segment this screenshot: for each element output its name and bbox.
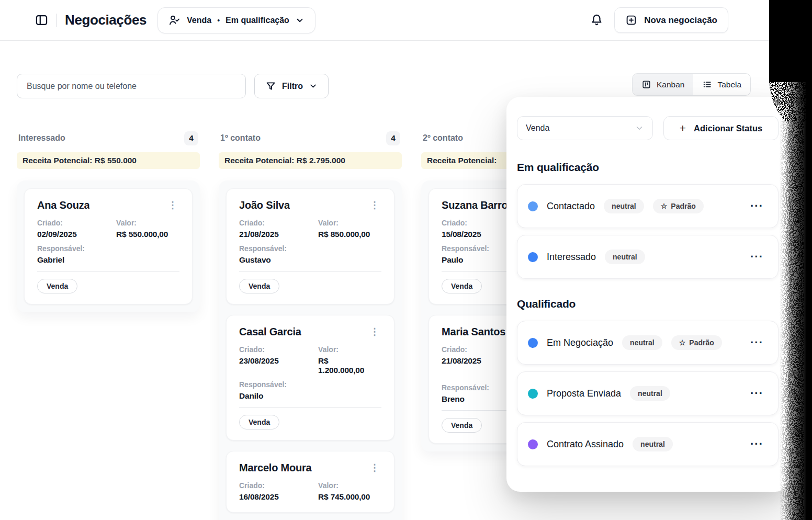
status-color-dot: [528, 252, 538, 262]
card-menu-button[interactable]: ⋮: [368, 326, 381, 337]
card-divider: [239, 407, 381, 408]
view-toggle: Kanban Tabela: [632, 73, 751, 96]
value-label: Valor:: [116, 219, 179, 227]
team-select-value: Venda: [526, 123, 549, 133]
negotiations-page: Negociações Venda • Em qualificação: [0, 0, 812, 520]
pipeline-team-label: Venda: [187, 16, 211, 25]
owner-value: Danilo: [239, 391, 318, 401]
header-divider: [57, 14, 57, 27]
created-label: Criado:: [239, 345, 318, 354]
deal-card-marcelo-moura[interactable]: Marcelo Moura ⋮ Criado: 16/08/2025 Valor…: [226, 451, 394, 513]
new-negotiation-button[interactable]: Nova negociação: [614, 7, 728, 33]
deal-name: Marcelo Moura: [239, 462, 312, 474]
owner-label: Responsável:: [37, 244, 116, 253]
deal-card-casal-garcia[interactable]: Casal Garcia ⋮ Criado: 23/08/2025 Valor:…: [226, 315, 394, 440]
status-row-contrato-assinado[interactable]: Contrato Assinado neutral ···: [517, 422, 779, 466]
view-kanban-label: Kanban: [657, 80, 684, 89]
column-title: Interessado: [18, 133, 65, 143]
view-kanban-tab[interactable]: Kanban: [633, 74, 693, 95]
status-name: Proposta Enviada: [547, 388, 621, 399]
deal-tag: Venda: [239, 279, 279, 293]
status-row-proposta-enviada[interactable]: Proposta Enviada neutral ···: [517, 371, 779, 415]
status-name: Contactado: [547, 201, 595, 212]
card-menu-button[interactable]: ⋮: [166, 199, 179, 211]
add-status-button[interactable]: + Adicionar Status: [663, 116, 779, 140]
default-badge: ☆ Padrão: [671, 335, 722, 350]
neutral-badge: neutral: [604, 199, 644, 213]
neutral-badge: neutral: [633, 437, 673, 451]
kanban-column-1o-contato: 1º contato 4 Receita Potencial: R$ 2.795…: [219, 131, 402, 520]
kanban-icon: [641, 80, 651, 89]
created-label: Criado:: [239, 481, 318, 490]
search-input[interactable]: [17, 74, 246, 98]
neutral-badge: neutral: [605, 250, 645, 264]
status-group-title: Em qualificação: [517, 161, 779, 174]
sidebar-panel-icon: [35, 13, 49, 27]
status-menu-button[interactable]: ···: [750, 388, 763, 399]
deal-card-joao-silva[interactable]: João Silva ⋮ Criado: 21/08/2025 Valor: R…: [226, 188, 394, 304]
status-menu-button[interactable]: ···: [750, 200, 763, 212]
team-select[interactable]: Venda: [517, 116, 653, 140]
card-menu-button[interactable]: ⋮: [368, 199, 381, 211]
created-value: 23/08/2025: [239, 356, 318, 366]
neutral-badge: neutral: [622, 335, 662, 350]
view-table-tab[interactable]: Tabela: [693, 74, 750, 95]
plus-square-icon: [625, 14, 637, 26]
column-card-list: Ana Souza ⋮ Criado: 02/09/2025 Valor: R$…: [17, 180, 200, 312]
deal-value: R$ 1.200.000,00: [318, 356, 376, 375]
chevron-down-icon: [635, 123, 644, 133]
status-row-em-negociacao[interactable]: Em Negociação neutral ☆ Padrão ···: [517, 321, 779, 365]
created-label: Criado:: [239, 219, 318, 227]
column-revenue-banner: Receita Potencial: R$ 2.795.000: [219, 152, 402, 169]
filter-button[interactable]: Filtro: [254, 74, 329, 98]
funnel-icon: [265, 81, 276, 92]
status-color-dot: [528, 439, 538, 449]
chevron-down-icon: [309, 82, 318, 91]
new-negotiation-label: Nova negociação: [644, 15, 717, 26]
plus-icon: +: [680, 122, 686, 134]
default-badge: ☆ Padrão: [653, 199, 704, 213]
pipeline-stage-label: Em qualificação: [225, 16, 289, 25]
column-title: 2º contato: [423, 133, 463, 143]
status-row-interessado[interactable]: Interessado neutral ···: [517, 235, 779, 279]
deal-card-ana-souza[interactable]: Ana Souza ⋮ Criado: 02/09/2025 Valor: R$…: [24, 188, 193, 304]
card-menu-button[interactable]: ⋮: [368, 462, 381, 473]
pipeline-selector[interactable]: Venda • Em qualificação: [157, 7, 315, 33]
status-menu-button[interactable]: ···: [750, 251, 763, 263]
bell-icon: [590, 13, 604, 27]
header-right: Nova negociação: [590, 7, 728, 33]
created-value: 02/09/2025: [37, 230, 116, 239]
revenue-value: R$ 550.000: [95, 156, 137, 165]
deal-tag: Venda: [239, 415, 279, 429]
sidebar-toggle-button[interactable]: [35, 13, 49, 27]
card-divider: [37, 271, 179, 272]
list-icon: [702, 80, 712, 89]
page-title: Negociações: [65, 12, 146, 28]
owner-value: Gustavo: [239, 255, 318, 265]
column-count-badge: 4: [184, 131, 198, 145]
status-management-panel: Venda + Adicionar Status Em qualificação…: [506, 97, 789, 492]
value-label: Valor:: [318, 481, 381, 490]
status-menu-button[interactable]: ···: [750, 438, 763, 450]
value-label: Valor:: [318, 219, 381, 227]
created-value: 21/08/2025: [239, 230, 318, 239]
revenue-label: Receita Potencial:: [224, 156, 295, 165]
kanban-column-interessado: Interessado 4 Receita Potencial: R$ 550.…: [17, 131, 200, 312]
column-revenue-banner: Receita Potencial: R$ 550.000: [17, 152, 200, 169]
deal-tag: Venda: [37, 279, 77, 293]
deal-value: R$ 550.000,00: [116, 230, 179, 239]
created-value: 16/08/2025: [239, 492, 318, 502]
status-menu-button[interactable]: ···: [750, 337, 763, 348]
chevron-down-icon: [295, 16, 304, 25]
header-left: Negociações Venda • Em qualificação: [35, 7, 315, 33]
notifications-button[interactable]: [590, 13, 604, 27]
deal-name: Suzana Barros: [442, 199, 513, 211]
owner-value: Gabriel: [37, 255, 116, 265]
status-row-contactado[interactable]: Contactado neutral ☆ Padrão ···: [517, 184, 779, 228]
app-header: Negociações Venda • Em qualificação: [0, 0, 812, 41]
status-color-dot: [528, 201, 538, 211]
revenue-value: R$ 2.795.000: [297, 156, 345, 165]
default-badge-label: Padrão: [671, 202, 695, 210]
deal-value: R$ 850.000,00: [318, 230, 381, 239]
deal-tag: Venda: [442, 418, 482, 433]
